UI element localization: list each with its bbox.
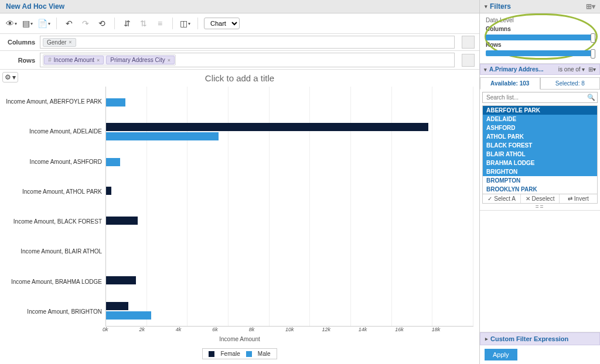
legend-swatch-male bbox=[246, 351, 252, 357]
column-chip-gender[interactable]: Gender × bbox=[43, 38, 76, 47]
filter-option[interactable]: BRAHMA LODGE bbox=[483, 159, 597, 167]
bar-male[interactable] bbox=[106, 158, 120, 166]
bar-female[interactable] bbox=[106, 276, 136, 284]
save-button[interactable] bbox=[21, 17, 34, 30]
data-level-rows-label: Rows bbox=[486, 42, 594, 48]
bar-group bbox=[106, 176, 473, 206]
bar-male[interactable] bbox=[106, 132, 219, 140]
y-category-label: Income Amount, BRAHMA LODGE bbox=[6, 267, 105, 297]
toolbar-separator bbox=[114, 18, 115, 29]
x-tick: 0k bbox=[103, 327, 139, 332]
pivot-button[interactable] bbox=[121, 17, 134, 30]
filter-option[interactable]: ATHOL PARK bbox=[483, 132, 597, 141]
apply-button[interactable]: Apply bbox=[485, 349, 517, 360]
x-tick: 18k bbox=[432, 327, 468, 332]
filter-field-name: A.Primary Addres... bbox=[489, 66, 543, 73]
bar-female[interactable] bbox=[106, 123, 428, 131]
redo-button[interactable] bbox=[79, 17, 92, 30]
tab-available[interactable]: Available: 103 bbox=[480, 77, 540, 90]
bar-female[interactable] bbox=[106, 217, 138, 225]
columns-shelf: Columns Gender × bbox=[0, 34, 479, 51]
filter-option[interactable]: BRIGHTON bbox=[483, 167, 597, 176]
y-axis-labels: Income Amount, ABERFOYLE PARKIncome Amou… bbox=[6, 87, 105, 327]
legend-label-male: Male bbox=[258, 351, 271, 357]
filter-condition[interactable]: is one of ▾ ⊞▾ bbox=[558, 66, 596, 73]
filter-option-list: ABERFOYLE PARKADELAIDEASHFORDATHOL PARKB… bbox=[482, 105, 598, 194]
bar-male[interactable] bbox=[106, 98, 125, 107]
toolbar-separator bbox=[197, 18, 198, 29]
legend-swatch-female bbox=[209, 351, 214, 357]
filter-option[interactable]: ADELAIDE bbox=[483, 115, 597, 123]
bar-female[interactable] bbox=[106, 302, 128, 310]
columns-level-slider[interactable] bbox=[486, 35, 594, 40]
y-category-label: Income Amount, ATHOL PARK bbox=[6, 177, 105, 207]
bar-group bbox=[106, 87, 473, 116]
data-level-section: Data Level Columns Rows bbox=[480, 13, 600, 64]
y-category-label: Income Amount, BLAIR ATHOL bbox=[6, 236, 105, 266]
filters-panel-header[interactable]: Filters ⊞▾ bbox=[480, 0, 600, 13]
search-icon[interactable]: 🔍 bbox=[587, 94, 595, 101]
y-category-label: Income Amount, ABERFOYLE PARK bbox=[6, 87, 105, 116]
chart-title-placeholder[interactable]: Click to add a title bbox=[0, 70, 479, 87]
bar-female[interactable] bbox=[106, 187, 111, 195]
options-button[interactable] bbox=[154, 17, 166, 30]
x-tick: 6k bbox=[212, 327, 248, 332]
columns-shelf-expand[interactable] bbox=[462, 36, 475, 49]
filter-option[interactable]: BROMPTON bbox=[483, 176, 597, 185]
reset-button[interactable] bbox=[96, 17, 108, 30]
close-icon[interactable]: × bbox=[168, 57, 171, 63]
filter-field-header[interactable]: A.Primary Addres... is one of ▾ ⊞▾ bbox=[480, 64, 600, 75]
filter-option[interactable]: BLACK FOREST bbox=[483, 141, 597, 150]
sort-button[interactable] bbox=[137, 17, 150, 30]
y-category-label: Income Amount, BLACK FOREST bbox=[6, 207, 105, 236]
bar-group bbox=[106, 236, 473, 266]
filter-option[interactable]: BROOKLYN PARK bbox=[483, 185, 597, 194]
view-mode-button[interactable] bbox=[5, 17, 18, 30]
row-chip-city[interactable]: Primary Address City × bbox=[106, 56, 175, 64]
bar-group bbox=[106, 207, 473, 236]
toolbar-separator bbox=[172, 18, 173, 29]
rows-shelf-body[interactable]: # Income Amount × Primary Address City × bbox=[40, 53, 455, 67]
resize-grip[interactable]: == bbox=[480, 204, 600, 210]
app-title: New Ad Hoc View bbox=[0, 0, 479, 13]
x-axis-ticks: 0k2k4k6k8k10k12k14k16k18k bbox=[0, 327, 479, 332]
y-category-label: Income Amount, BRIGHTON bbox=[6, 297, 105, 327]
x-tick: 10k bbox=[285, 327, 322, 332]
rows-level-slider[interactable] bbox=[486, 50, 594, 56]
undo-button[interactable] bbox=[63, 17, 76, 30]
plot-area bbox=[105, 87, 473, 327]
close-icon[interactable]: × bbox=[97, 57, 100, 63]
data-level-title: Data Level bbox=[486, 17, 594, 23]
filter-option[interactable]: BLAIR ATHOL bbox=[483, 150, 597, 159]
close-icon[interactable]: × bbox=[69, 39, 71, 45]
filter-option[interactable]: ABERFOYLE PARK bbox=[483, 106, 597, 115]
toolbar-separator bbox=[56, 18, 57, 29]
visualization-type-select[interactable]: Chart bbox=[204, 18, 240, 29]
export-button[interactable] bbox=[38, 17, 50, 30]
chart-settings-button[interactable]: ▾ bbox=[2, 72, 18, 83]
x-tick: 16k bbox=[395, 327, 431, 332]
bar-male[interactable] bbox=[106, 311, 151, 320]
custom-filter-expression-header[interactable]: Custom Filter Expression bbox=[480, 332, 600, 345]
x-axis-label: Income Amount bbox=[0, 332, 479, 346]
deselect-button[interactable]: ✕ Deselect bbox=[521, 194, 559, 203]
select-all-button[interactable]: ✓ Select A bbox=[483, 194, 521, 203]
panel-options-icon[interactable]: ⊞▾ bbox=[586, 2, 595, 11]
bar-group bbox=[106, 116, 473, 146]
filter-body: Available: 103 Selected: 8 🔍 ABERFOYLE P… bbox=[480, 75, 600, 210]
invert-button[interactable]: ⇄ Invert bbox=[560, 194, 597, 203]
filter-option[interactable]: ASHFORD bbox=[483, 123, 597, 132]
tab-selected[interactable]: Selected: 8 bbox=[540, 77, 601, 90]
x-tick: 2k bbox=[139, 327, 175, 332]
rows-shelf-expand[interactable] bbox=[462, 54, 475, 67]
chart-options-button[interactable] bbox=[179, 17, 192, 30]
row-chip-income[interactable]: # Income Amount × bbox=[44, 56, 104, 64]
legend: Female Male bbox=[0, 346, 479, 364]
columns-shelf-label: Columns bbox=[5, 39, 35, 46]
rows-shelf-label: Rows bbox=[5, 57, 35, 64]
legend-label-female: Female bbox=[220, 351, 240, 357]
y-category-label: Income Amount, ASHFORD bbox=[6, 147, 105, 177]
data-level-columns-label: Columns bbox=[486, 26, 594, 32]
filter-search-input[interactable] bbox=[482, 92, 598, 103]
columns-shelf-body[interactable]: Gender × bbox=[40, 36, 455, 49]
